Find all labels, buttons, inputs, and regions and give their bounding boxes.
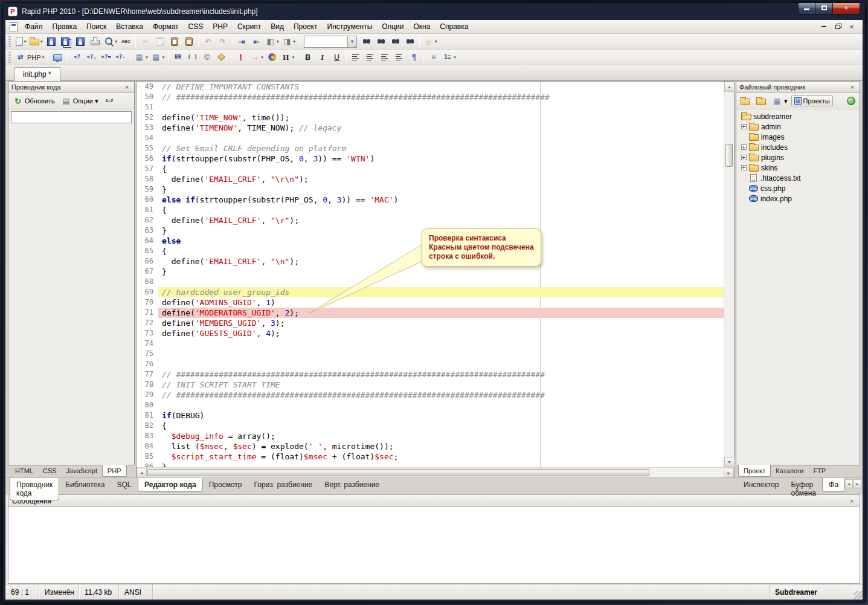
replace-button[interactable] — [403, 35, 417, 48]
new-document-button[interactable]: ▾ — [14, 35, 28, 48]
scroll-down-icon[interactable]: ▼ — [724, 457, 735, 467]
save-button[interactable] — [45, 35, 59, 48]
view-mode-button[interactable]: ▦ ▾ — [770, 95, 790, 107]
tree-item-subdreamer[interactable]: subdreamer — [738, 111, 858, 121]
menu-php[interactable]: PHP — [208, 21, 233, 33]
code-explorer-filter[interactable] — [11, 111, 132, 123]
toolbar-grip2[interactable] — [8, 52, 11, 63]
resize-grip[interactable] — [854, 591, 863, 600]
code-line[interactable]: 50// ###################################… — [137, 92, 724, 102]
code-line[interactable]: 85 $script_start_time = (float)$msec + (… — [137, 451, 724, 462]
tab-code-explorer[interactable]: Проводник кода — [10, 477, 59, 500]
mdi-close-button[interactable]: × — [846, 22, 858, 32]
minimize-button[interactable] — [798, 3, 815, 15]
code-line[interactable]: 51 — [137, 102, 724, 112]
sort-button[interactable]: A↓Z — [101, 95, 117, 107]
paste-text-button[interactable] — [182, 35, 196, 48]
code-line[interactable]: 75 — [137, 349, 724, 359]
horizontal-scrollbar[interactable]: ◄ ► — [137, 467, 734, 477]
code-line[interactable]: 58 define('EMAIL_CRLF', "\r\n"); — [137, 174, 724, 184]
code-line[interactable]: 83 $debug_info = array(); — [137, 431, 724, 441]
php-tools-menu[interactable]: ⇄PHP▾ — [14, 51, 45, 64]
tab-library[interactable]: Библиотека — [59, 478, 111, 491]
refresh-button[interactable]: ↻ Обновить — [10, 95, 57, 107]
close-button[interactable]: × — [832, 3, 860, 15]
web-root-button[interactable] — [844, 95, 858, 106]
find-next-button[interactable] — [359, 35, 373, 48]
tree-item-css-php[interactable]: phpcss.php — [738, 183, 858, 193]
code-line[interactable]: 60else if(strtoupper(substr(PHP_OS, 0, 3… — [137, 195, 724, 205]
tree-item-htaccess[interactable]: .htaccess.txt — [738, 173, 858, 183]
vertical-scroll-thumb[interactable] — [725, 144, 733, 167]
code-line[interactable]: 59} — [137, 184, 724, 195]
nbsp-button[interactable]: ( ) — [185, 51, 199, 64]
new-folder-button[interactable] — [738, 96, 753, 106]
document-menu-icon[interactable] — [10, 22, 18, 31]
php-tag-echo-button[interactable]: <?= — [99, 51, 113, 64]
tab-file-explorer[interactable]: Фа — [822, 477, 845, 492]
highlight-button[interactable]: ☼▾ — [422, 35, 439, 48]
copyright-button[interactable]: © — [200, 51, 214, 64]
code-line[interactable]: 69// hardcoded user_group_ids — [137, 287, 724, 297]
expand-icon[interactable] — [741, 124, 747, 129]
panel-layout-button[interactable]: ◧▾ — [264, 35, 280, 48]
code-line[interactable]: 71define('MODERATORS_UGID', 2); — [137, 308, 724, 318]
syntax-check-button[interactable]: ! — [234, 51, 248, 64]
code-line[interactable]: 78// INIT SCRIPT START TIME — [137, 380, 724, 390]
code-line[interactable]: 74 — [137, 338, 724, 349]
print-button[interactable] — [88, 35, 102, 48]
code-line[interactable]: 72define('MEMBERS_UGID', 3); — [137, 318, 724, 328]
menu-insert[interactable]: Вставка — [111, 21, 148, 33]
code-line[interactable]: 82{ — [137, 421, 724, 431]
scroll-left-icon[interactable]: ◄ — [137, 468, 147, 478]
expand-icon[interactable] — [741, 144, 747, 150]
menu-file[interactable]: Файл — [20, 21, 48, 33]
bold-button[interactable]: B — [301, 51, 315, 64]
code-line[interactable]: 52define('TIME_NOW', time()); — [137, 112, 724, 123]
mdi-restore-button[interactable] — [832, 22, 844, 32]
quick-search-combo[interactable]: ▾ — [304, 36, 357, 48]
scroll-right-icon[interactable]: ► — [724, 468, 734, 478]
spell-check-button[interactable]: ABC — [119, 35, 133, 48]
code-line[interactable]: 49// DEFINE IMPORTANT CONSTANTS — [137, 82, 724, 92]
line-break-button[interactable]: BR — [171, 51, 185, 64]
code-line[interactable]: 53define('TIMENOW', TIME_NOW); // legacy — [137, 123, 724, 133]
open-file-button[interactable]: ▾ — [28, 35, 44, 48]
tab-code-editor[interactable]: Редактор кода — [138, 477, 203, 492]
save-as-button[interactable] — [74, 35, 88, 48]
bullet-list-button[interactable]: ≡ — [426, 51, 440, 64]
paragraph-button[interactable]: ¶ — [407, 51, 421, 64]
tab-clipboard[interactable]: Буфер обмена — [785, 478, 823, 500]
menu-help[interactable]: Справка — [435, 21, 473, 33]
tab-php[interactable]: PHP — [102, 465, 127, 477]
chevron-down-icon[interactable]: ▾ — [347, 36, 356, 47]
code-line[interactable]: 79// ###################################… — [137, 390, 724, 400]
menu-tools[interactable]: Инструменты — [323, 21, 378, 33]
tab-horizontal-split[interactable]: Гориз. разбиение — [248, 478, 319, 491]
code-line[interactable]: 73define('GUESTS_UGID', 4); — [137, 328, 724, 338]
insert-table-button[interactable]: ▦▾ — [133, 51, 149, 64]
table-wizard-button[interactable]: ▦▾ — [150, 51, 166, 64]
indent-button[interactable]: ⇥ — [235, 35, 249, 48]
code-area[interactable]: Проверка синтаксиса Красным цветом подсв… — [137, 82, 724, 467]
tab-css[interactable]: CSS — [38, 465, 62, 476]
document-tab-init-php[interactable]: init.php * — [14, 67, 60, 81]
align-center-button[interactable] — [364, 51, 378, 64]
find-button[interactable]: ▾ — [103, 35, 119, 48]
menu-css[interactable]: CSS — [184, 21, 208, 33]
code-line[interactable]: 77// ###################################… — [137, 369, 724, 380]
code-line[interactable]: 80 — [137, 400, 724, 410]
browser-preview-button[interactable] — [51, 51, 65, 64]
view-layout-button[interactable]: ◨▾ — [281, 35, 297, 48]
php-comment-button[interactable]: <?- — [114, 51, 127, 64]
mdi-minimize-button[interactable] — [818, 22, 830, 32]
code-line[interactable]: 84 list ($msec, $sec) = explode(' ', mic… — [137, 441, 724, 451]
menu-view[interactable]: Вид — [266, 21, 289, 33]
code-line[interactable]: 76 — [137, 359, 724, 369]
options-button[interactable]: ▤ Опции ▾ — [59, 95, 101, 107]
toolbar-grip[interactable] — [8, 36, 11, 47]
code-line[interactable]: 55// Set Email CRLF depending on platfor… — [137, 143, 724, 154]
title-bar[interactable]: P Rapid PHP 2010 - [D:\DENWER\home\web\s… — [3, 3, 865, 20]
special-char-button[interactable] — [214, 51, 228, 64]
find-in-files-button[interactable] — [388, 35, 402, 48]
